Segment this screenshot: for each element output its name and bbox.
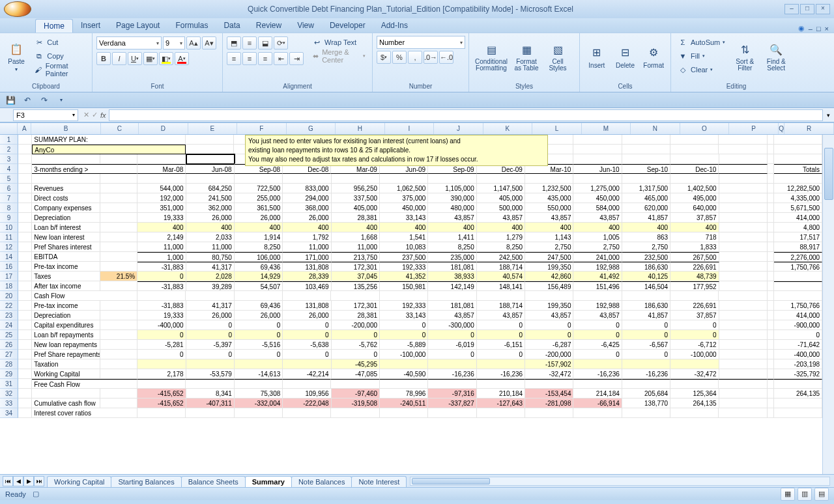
- cell[interactable]: EBITDA: [32, 252, 100, 262]
- cell[interactable]: [573, 408, 622, 418]
- minimize-button[interactable]: –: [784, 4, 799, 14]
- cell[interactable]: [428, 291, 476, 301]
- cell[interactable]: 26,000: [283, 311, 331, 320]
- cell[interactable]: 414,000: [774, 311, 822, 320]
- conditional-formatting-button[interactable]: ▤Conditional Formatting: [473, 36, 510, 77]
- cell[interactable]: Depreciation: [32, 213, 100, 223]
- cell[interactable]: [719, 359, 768, 369]
- cell[interactable]: 135,256: [332, 281, 380, 291]
- col-header[interactable]: M: [582, 123, 631, 134]
- cell[interactable]: [774, 281, 822, 291]
- cell[interactable]: 1,105,000: [428, 184, 476, 193]
- cell[interactable]: -222,048: [283, 399, 331, 408]
- sheet-tab-note-interest[interactable]: Note Interest: [351, 476, 407, 487]
- cell[interactable]: [719, 340, 768, 350]
- cell[interactable]: 41,857: [622, 311, 670, 320]
- row-header[interactable]: 34: [0, 408, 18, 418]
- cell[interactable]: 620,000: [622, 203, 670, 213]
- cell[interactable]: -127,643: [477, 399, 525, 408]
- cell[interactable]: 0: [186, 330, 235, 340]
- cell[interactable]: 0: [477, 330, 525, 340]
- cell[interactable]: 495,000: [670, 193, 719, 203]
- col-header[interactable]: C: [101, 123, 139, 134]
- horizontal-scrollbar[interactable]: [410, 477, 830, 486]
- cell[interactable]: [719, 145, 767, 154]
- cell[interactable]: 181,081: [428, 301, 476, 311]
- cell[interactable]: [235, 174, 283, 184]
- cell[interactable]: [477, 408, 525, 418]
- cell[interactable]: [768, 301, 774, 311]
- cell[interactable]: 0: [573, 350, 622, 359]
- cell[interactable]: 69,436: [235, 262, 283, 272]
- cell[interactable]: 41,492: [573, 272, 622, 281]
- row-header[interactable]: 24: [0, 320, 18, 330]
- cell[interactable]: 210,184: [477, 389, 525, 399]
- tab-nav-last[interactable]: ⏭: [34, 476, 44, 486]
- ribbon-tab-add-ins[interactable]: Add-Ins: [373, 19, 416, 33]
- cell[interactable]: 400: [380, 223, 428, 232]
- percent-button[interactable]: %: [392, 51, 407, 64]
- tab-nav-prev[interactable]: ◀: [13, 476, 23, 486]
- cell[interactable]: [32, 154, 100, 164]
- cell[interactable]: [768, 369, 774, 379]
- cell[interactable]: [719, 291, 767, 301]
- cell[interactable]: -400,000: [137, 320, 186, 330]
- cell[interactable]: Jun-08: [186, 164, 234, 174]
- row-header[interactable]: 1: [0, 135, 18, 145]
- cell[interactable]: [100, 252, 137, 262]
- row-header[interactable]: 9: [0, 213, 18, 223]
- cell[interactable]: After tax income: [32, 281, 100, 291]
- cell[interactable]: [18, 252, 32, 262]
- cell[interactable]: [283, 379, 331, 389]
- cell[interactable]: -42,214: [283, 369, 331, 379]
- formula-bar[interactable]: [109, 109, 823, 121]
- cell[interactable]: 0: [622, 320, 670, 330]
- ribbon-tab-formulas[interactable]: Formulas: [167, 19, 216, 33]
- row-header[interactable]: 31: [0, 379, 18, 389]
- cell[interactable]: 0: [137, 350, 186, 359]
- cell[interactable]: 43,857: [477, 213, 525, 223]
- cell[interactable]: 390,000: [428, 193, 476, 203]
- cell[interactable]: [32, 174, 100, 184]
- cell[interactable]: 1,792: [283, 232, 331, 242]
- cell[interactable]: 26,000: [283, 213, 331, 223]
- cell[interactable]: 0: [283, 320, 331, 330]
- cell[interactable]: [670, 359, 719, 369]
- cell[interactable]: [719, 301, 768, 311]
- sheet-tab-note-balances[interactable]: Note Balances: [291, 476, 352, 487]
- cell[interactable]: 37,857: [670, 213, 719, 223]
- cell[interactable]: -203,198: [774, 359, 822, 369]
- col-header[interactable]: D: [139, 123, 188, 134]
- cell[interactable]: [573, 379, 622, 389]
- cell[interactable]: [18, 154, 32, 164]
- cell[interactable]: [18, 203, 32, 213]
- fill-button[interactable]: ▼Fill▾: [675, 49, 728, 63]
- cell[interactable]: [18, 408, 32, 418]
- cell[interactable]: [331, 379, 379, 389]
- cell[interactable]: 172,301: [332, 262, 380, 272]
- cell[interactable]: 550,000: [525, 203, 573, 213]
- cell[interactable]: [573, 135, 622, 145]
- cell[interactable]: -332,004: [235, 399, 283, 408]
- cell[interactable]: 19,333: [137, 213, 186, 223]
- cell[interactable]: 171,000: [283, 252, 331, 262]
- cell[interactable]: 722,500: [235, 184, 283, 193]
- cell[interactable]: Loan b/f repayments: [32, 330, 100, 340]
- ribbon-tab-page-layout[interactable]: Page Layout: [108, 19, 167, 33]
- col-header[interactable]: F: [237, 123, 287, 134]
- cell[interactable]: 400: [283, 223, 331, 232]
- cell[interactable]: 48,739: [670, 272, 719, 281]
- cell[interactable]: 0: [235, 320, 283, 330]
- cell[interactable]: 0: [283, 330, 331, 340]
- cell[interactable]: 241,500: [186, 193, 235, 203]
- cell[interactable]: 41,857: [622, 213, 670, 223]
- col-header[interactable]: E: [188, 123, 238, 134]
- cell[interactable]: [380, 359, 428, 369]
- cell[interactable]: 0: [283, 350, 331, 359]
- cell[interactable]: Pref Shares interest: [32, 242, 100, 252]
- cell[interactable]: 214,184: [573, 389, 622, 399]
- minimize-ribbon-icon[interactable]: –: [809, 25, 812, 33]
- cell[interactable]: [768, 262, 774, 272]
- cell[interactable]: [100, 340, 137, 350]
- cell[interactable]: [100, 369, 137, 379]
